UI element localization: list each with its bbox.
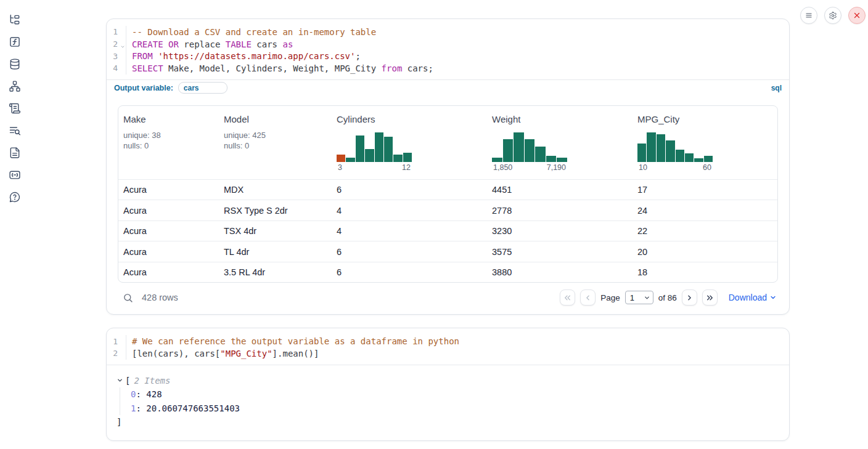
python-code-editor[interactable]: 1# We can reference the output variable …: [107, 328, 789, 365]
output-variable-input[interactable]: cars: [178, 82, 227, 94]
file-explorer-icon: [9, 14, 21, 26]
table-cell: 6: [332, 241, 487, 262]
histogram-bar: [514, 132, 524, 162]
histogram-bar: [535, 147, 546, 162]
code-token: [153, 51, 158, 61]
topbar-controls: [800, 7, 866, 24]
histogram-bars: [337, 132, 412, 162]
table-row[interactable]: AcuraRSX Type S 2dr4277824: [118, 200, 777, 220]
histogram-bar: [685, 153, 694, 162]
tree-close-bracket: ]: [117, 415, 778, 429]
sql-cell: 1-- Download a CSV and create an in-memo…: [106, 18, 790, 315]
histogram-bar: [666, 140, 674, 162]
table-row[interactable]: Acura3.5 RL 4dr6388018: [118, 262, 777, 283]
last-page-button[interactable]: [702, 289, 718, 305]
logs-search-icon: [9, 124, 21, 137]
line-number: 3: [107, 50, 126, 62]
histogram-bar: [503, 139, 514, 162]
code-token: TABLE: [226, 39, 252, 49]
column-header-mpg_city[interactable]: MPG_City1060: [633, 106, 777, 179]
download-label: Download: [729, 293, 767, 302]
output-tree-entries: 0: 4281: 20.060747663551403: [120, 387, 778, 415]
code-line: 3FROM 'https://datasets.marimo.app/cars.…: [107, 50, 789, 62]
tree-entry-index: 0: [131, 389, 136, 399]
table-cell: Acura: [118, 200, 219, 220]
code-token: Make, Model, Cylinders, Weight, MPG_City: [163, 63, 382, 73]
sql-cell-output: Makeunique: 38nulls: 0Modelunique: 425nu…: [107, 96, 789, 315]
file-explorer-button[interactable]: [6, 11, 23, 28]
table-footer: 428 rows Page 1: [118, 288, 778, 307]
column-histogram[interactable]: 312: [337, 132, 412, 172]
column-title: MPG_City: [637, 114, 772, 124]
code-token: [len(cars), cars[: [132, 349, 220, 358]
histogram-bars: [637, 132, 713, 162]
column-histogram[interactable]: 1060: [637, 132, 713, 172]
column-stats: unique: 38nulls: 0: [123, 130, 214, 151]
chevron-left-icon: [584, 294, 592, 302]
sidebar: [0, 0, 30, 449]
table-cell: 4451: [487, 180, 633, 200]
variables-button[interactable]: [6, 33, 23, 51]
table-cell: 22: [633, 221, 777, 241]
code-token: -- Download a CSV and create an in-memor…: [132, 27, 376, 37]
column-title: Model: [224, 114, 327, 124]
code-line: 2CREATE OR replace TABLE cars as: [107, 38, 789, 51]
code-token: 'https://datasets.marimo.app/cars.csv': [158, 51, 355, 61]
table-cell: Acura: [118, 262, 219, 283]
shutdown-button[interactable]: [848, 7, 866, 24]
prev-page-button[interactable]: [580, 289, 596, 305]
table-cell: 3880: [487, 262, 633, 283]
code-token: FROM: [132, 51, 153, 61]
tree-open-bracket: [: [125, 376, 130, 386]
table-search-button[interactable]: [123, 293, 133, 303]
column-histogram[interactable]: 1,8507,190: [492, 132, 567, 172]
histogram-bar: [546, 156, 557, 162]
histogram-bar: [492, 158, 502, 162]
documentation-icon: [9, 147, 21, 159]
snippets-button[interactable]: [6, 166, 23, 184]
column-header-weight[interactable]: Weight1,8507,190: [487, 106, 633, 179]
page-select[interactable]: 1: [625, 291, 653, 304]
histogram-bar: [637, 144, 646, 162]
page-label: Page: [600, 293, 620, 302]
column-header-make[interactable]: Makeunique: 38nulls: 0: [118, 106, 219, 179]
code-text: FROM 'https://datasets.marimo.app/cars.c…: [126, 51, 361, 61]
help-icon: [9, 191, 21, 203]
datasources-button[interactable]: [6, 55, 23, 73]
dependency-graph-button[interactable]: [6, 78, 23, 95]
table-row[interactable]: AcuraTSX 4dr4323022: [118, 220, 777, 241]
next-page-button[interactable]: [682, 289, 697, 305]
python-cell-output: [ 2 Items 0: 4281: 20.060747663551403 ]: [107, 365, 789, 441]
variables-icon: [9, 36, 21, 48]
histogram-bar: [384, 137, 393, 162]
code-token: from: [382, 63, 403, 73]
page-select-value: 1: [630, 293, 634, 302]
table-row[interactable]: AcuraMDX6445117: [118, 179, 777, 200]
table-cell: 24: [633, 200, 777, 220]
column-header-model[interactable]: Modelunique: 425nulls: 0: [219, 106, 332, 179]
first-page-button[interactable]: [560, 289, 575, 305]
help-button[interactable]: [6, 188, 23, 206]
python-cell: 1# We can reference the output variable …: [106, 328, 790, 441]
logs-search-button[interactable]: [6, 122, 23, 139]
datasources-icon: [9, 58, 21, 70]
sql-code-editor[interactable]: 1-- Download a CSV and create an in-memo…: [107, 19, 789, 79]
table-cell: 2778: [487, 200, 633, 220]
table-cell: Acura: [118, 221, 219, 241]
code-text: SELECT Make, Model, Cylinders, Weight, M…: [126, 63, 433, 73]
histogram-bar: [403, 153, 412, 162]
gear-icon: [829, 11, 837, 20]
table-cell: 3230: [487, 221, 633, 241]
code-text: -- Download a CSV and create an in-memor…: [126, 27, 376, 37]
table-cell: Acura: [118, 180, 219, 200]
download-button[interactable]: Download: [729, 293, 777, 302]
menu-button[interactable]: [800, 7, 817, 24]
column-header-cylinders[interactable]: Cylinders312: [332, 106, 487, 179]
documentation-button[interactable]: [6, 144, 23, 161]
histogram-bar: [676, 150, 684, 162]
tree-collapse-toggle[interactable]: [117, 377, 123, 384]
settings-button[interactable]: [824, 7, 841, 24]
scratchpad-button[interactable]: [6, 100, 23, 117]
table-row[interactable]: AcuraTL 4dr6357520: [118, 241, 777, 262]
table-cell: RSX Type S 2dr: [219, 200, 332, 220]
